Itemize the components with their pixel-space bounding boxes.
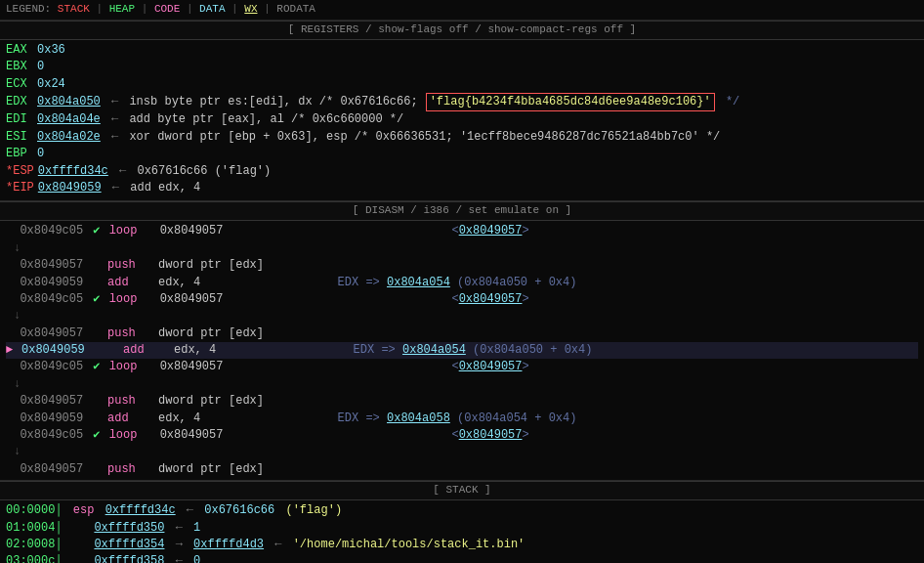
disasm-line: 0x8049c05 ✔ loop 0x8049057 <0x8049057> — [6, 359, 918, 375]
register-edx: EDX 0x804a050 ← insb byte ptr es:[edi], … — [6, 93, 918, 111]
legend-wx[interactable]: WX — [244, 3, 257, 15]
legend-data[interactable]: DATA — [199, 3, 225, 15]
legend-rodata[interactable]: RODATA — [276, 3, 315, 15]
disasm-line: 0x8049c05 ✔ loop 0x8049057 <0x8049057> — [6, 291, 918, 308]
flag-value: 'flag{b4234f4bba4685dc84d6ee9a48e9c106}' — [426, 93, 715, 111]
disasm-line: 0x8049c05 ✔ loop 0x8049057 <0x8049057> — [6, 427, 918, 444]
disasm-sep: ↓ — [6, 376, 918, 393]
disasm-line: 0x8049c05 ✔ loop 0x8049057 <0x8049057> — [6, 223, 918, 239]
disasm-sep: ↓ — [6, 308, 918, 325]
stack-row-1: 01:0004│ 0xffffd350 ← 1 — [6, 520, 918, 537]
registers-header: [ REGISTERS / show-flags off / show-comp… — [0, 21, 924, 40]
stack-header: [ STACK ] — [0, 481, 924, 500]
register-eax: EAX 0x36 — [6, 42, 918, 59]
disasm-line: 0x8049057 push dword ptr [edx] — [6, 393, 918, 410]
register-esi: ESI 0x804a02e ← xor dword ptr [ebp + 0x6… — [6, 129, 918, 146]
disasm-line: 0x8049057 push dword ptr [edx] — [6, 325, 918, 342]
stack-panel: 00:0000│ esp 0xffffd34c ← 0x67616c66 ('f… — [0, 500, 924, 563]
disasm-line: 0x8049057 push dword ptr [edx] — [6, 257, 918, 274]
stack-row-0: 00:0000│ esp 0xffffd34c ← 0x67616c66 ('f… — [6, 502, 918, 519]
stack-row-3: 03:000c│ 0xffffd358 ← 0 — [6, 553, 918, 563]
legend-code[interactable]: CODE — [154, 3, 180, 15]
legend-bar: LEGEND: STACK | HEAP | CODE | DATA | WX … — [0, 0, 924, 21]
register-ebx: EBX 0 — [6, 59, 918, 75]
disasm-header: [ DISASM / i386 / set emulate on ] — [0, 201, 924, 221]
current-indicator: ► — [6, 342, 20, 359]
registers-panel: EAX 0x36 EBX 0 ECX 0x24 EDX 0x804a050 ← … — [0, 40, 924, 202]
disasm-line: 0x8049059 add edx, 4 EDX => 0x804a054 (0… — [6, 275, 918, 291]
disasm-current-line: ► 0x8049059 add edx, 4 EDX => 0x804a054 … — [6, 342, 918, 359]
disasm-sep: ↓ — [6, 240, 918, 257]
disasm-panel: 0x8049c05 ✔ loop 0x8049057 <0x8049057> ↓… — [0, 221, 924, 481]
disasm-line: 0x8049059 add edx, 4 EDX => 0x804a058 (0… — [6, 411, 918, 427]
stack-row-2: 02:0008│ 0xffffd354 → 0xffffd4d3 ← '/hom… — [6, 537, 918, 553]
legend-stack[interactable]: STACK — [58, 3, 90, 15]
register-ecx: ECX 0x24 — [6, 76, 918, 93]
legend-heap[interactable]: HEAP — [109, 3, 135, 15]
disasm-line: 0x8049057 push dword ptr [edx] — [6, 461, 918, 478]
legend-label: LEGEND: — [6, 3, 51, 15]
register-ebp: EBP 0 — [6, 146, 918, 162]
disasm-sep: ↓ — [6, 444, 918, 460]
register-esp: *ESP 0xffffd34c ← 0x67616c66 ('flag') — [6, 163, 918, 180]
register-edi: EDI 0x804a04e ← add byte ptr [eax], al /… — [6, 111, 918, 128]
register-eip: *EIP 0x8049059 ← add edx, 4 — [6, 180, 918, 196]
